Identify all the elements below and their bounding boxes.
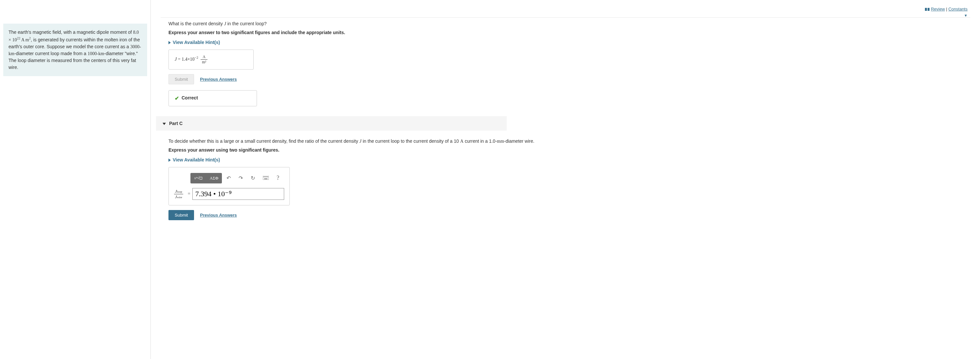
previous-answers-link[interactable]: Previous Answers: [200, 77, 237, 82]
divider: [161, 18, 970, 18]
part-c-header[interactable]: Part C: [156, 116, 507, 131]
hints-toggle[interactable]: View Available Hint(s): [169, 157, 220, 163]
instruction-text: Express your answer to two significant f…: [169, 30, 970, 35]
svg-rect-5: [266, 177, 266, 177]
svg-rect-1: [928, 8, 929, 11]
check-icon: ✔: [175, 95, 179, 101]
part-b-block: What is the current density J in the cur…: [169, 21, 970, 106]
constants-link[interactable]: Constants: [948, 6, 967, 11]
previous-answers-link[interactable]: Previous Answers: [200, 213, 237, 217]
help-icon[interactable]: ?: [274, 172, 283, 183]
svg-rect-3: [264, 177, 264, 177]
top-links: Review | Constants: [161, 6, 970, 11]
svg-rect-2: [263, 176, 269, 180]
answer-input-card: xᵃ√ ΑΣΦ ↶ ↷ ↻ ? Jloop Jwire: [169, 167, 290, 206]
reset-icon[interactable]: ↻: [247, 173, 258, 183]
wire-diameter: 1000-km: [88, 51, 104, 56]
dropdown-caret-icon[interactable]: ▼: [161, 13, 970, 18]
caret-down-icon: [162, 123, 166, 125]
undo-icon[interactable]: ↶: [223, 173, 234, 183]
svg-rect-7: [267, 177, 268, 177]
caret-right-icon: [169, 41, 171, 44]
greek-button[interactable]: ΑΣΦ: [206, 173, 222, 183]
review-link[interactable]: Review: [931, 6, 945, 11]
templates-button[interactable]: xᵃ√: [191, 173, 206, 183]
text: The earth's magnetic field, with a magne…: [8, 30, 133, 35]
ratio-label: Jloop Jwire: [174, 189, 183, 199]
answer-display: J = 1.4×10−2 A m²: [169, 49, 254, 70]
hints-toggle[interactable]: View Available Hint(s): [169, 40, 220, 45]
equation-toolbar: xᵃ√ ΑΣΦ ↶ ↷ ↻ ?: [191, 172, 284, 183]
main-content: Review | Constants ▼ What is the current…: [151, 0, 980, 359]
svg-rect-4: [264, 177, 265, 177]
svg-rect-8: [264, 179, 267, 179]
problem-sidebar: The earth's magnetic field, with a magne…: [0, 0, 151, 359]
redo-icon[interactable]: ↷: [235, 173, 246, 183]
caret-right-icon: [169, 158, 171, 162]
answer-input[interactable]: [192, 188, 284, 200]
book-icon: [925, 8, 929, 11]
svg-rect-0: [925, 8, 927, 11]
part-c-block: To decide whether this is a large or a s…: [169, 139, 970, 220]
question-text: To decide whether this is a large or a s…: [169, 139, 970, 144]
svg-rect-6: [266, 177, 267, 177]
feedback-box: ✔Correct: [169, 90, 257, 106]
equals-sign: =: [188, 191, 191, 196]
text: -diameter current loop made from a: [14, 51, 88, 56]
instruction-text: Express your answer using two significan…: [169, 147, 970, 153]
submit-button: Submit: [169, 74, 194, 85]
unit-fraction: A m²: [200, 54, 207, 65]
keyboard-icon[interactable]: [259, 174, 272, 183]
submit-button[interactable]: Submit: [169, 210, 194, 220]
question-text: What is the current density J in the cur…: [169, 21, 970, 27]
problem-statement: The earth's magnetic field, with a magne…: [3, 24, 147, 76]
